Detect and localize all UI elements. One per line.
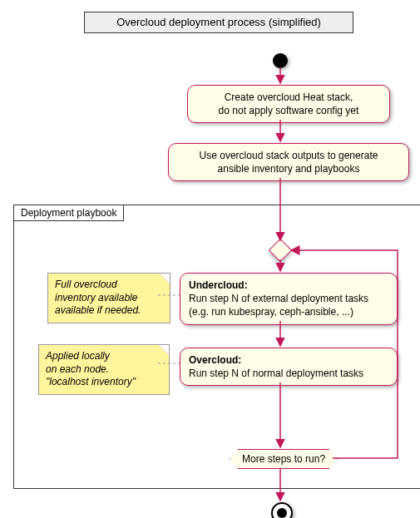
frame-label: Deployment playbook xyxy=(14,205,124,221)
activity-overcloud-step: Overcloud: Run step N of normal deployme… xyxy=(180,348,398,386)
overcloud-body: Run step N of normal deployment tasks xyxy=(189,368,363,379)
activity-create-heat-stack: Create overcloud Heat stack,do not apply… xyxy=(187,85,390,123)
undercloud-body: Run step N of external deployment tasks(… xyxy=(189,293,368,318)
note-overcloud: Applied locallyon each node."localhost i… xyxy=(38,344,170,395)
overcloud-heading: Overcloud: xyxy=(189,354,241,366)
end-node xyxy=(271,502,293,518)
activity-generate-inventory: Use overcloud stack outputs to generatea… xyxy=(168,143,409,181)
decision-more-steps: More steps to run? xyxy=(230,449,338,469)
note-undercloud: Full overcloudinventory availableavailab… xyxy=(47,273,170,323)
diagram-title: Overcloud deployment process (simplified… xyxy=(84,12,353,33)
start-node xyxy=(273,53,288,68)
activity-undercloud-step: Undercloud: Run step N of external deplo… xyxy=(180,273,398,325)
undercloud-heading: Undercloud: xyxy=(189,279,248,291)
